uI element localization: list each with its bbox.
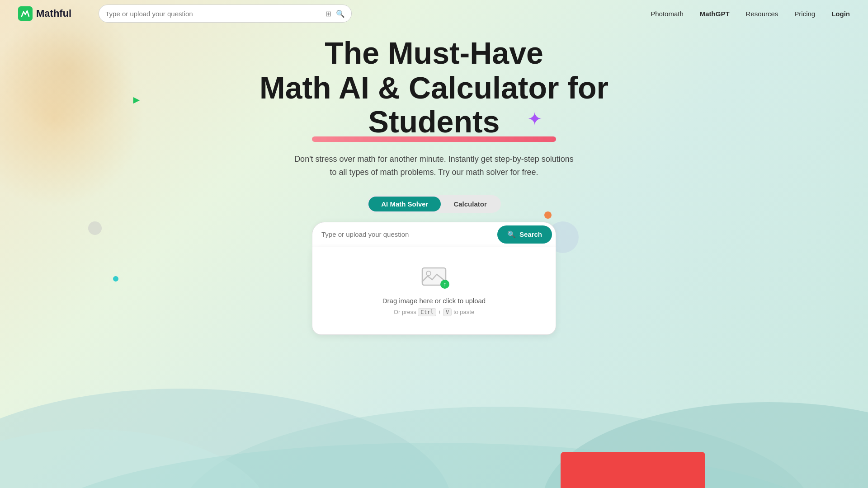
headline-line1: The Must-Have xyxy=(325,36,543,70)
upload-key-v: V xyxy=(443,308,452,316)
search-row: 🔍 Search xyxy=(312,222,556,247)
logo-text: Mathful xyxy=(36,8,71,19)
search-button-label: Search xyxy=(519,230,542,238)
background-hills xyxy=(0,361,868,488)
search-button-icon: 🔍 xyxy=(507,230,516,239)
upload-hint: Or press Ctrl + V to paste xyxy=(394,308,474,316)
nav-link-pricing[interactable]: Pricing xyxy=(794,10,815,18)
tab-ai-math-solver[interactable]: AI Math Solver xyxy=(368,197,441,211)
decorative-circle-left xyxy=(88,221,102,235)
nav-link-login[interactable]: Login xyxy=(831,10,850,18)
nav-link-resources[interactable]: Resources xyxy=(746,10,778,18)
decorative-red-button-bottom xyxy=(561,452,705,488)
subtitle-line1: Don't stress over math for another minut… xyxy=(294,155,574,164)
upload-area[interactable]: ↑ Drag image here or click to upload Or … xyxy=(312,247,556,335)
upload-hint-plus: + xyxy=(438,309,442,315)
decorative-arrow-green: ► xyxy=(131,94,142,106)
main-content: The Must-Have Math AI & Calculator for S… xyxy=(231,36,637,335)
tab-calculator[interactable]: Calculator xyxy=(441,197,499,211)
upload-drag-text: Drag image here or click to upload xyxy=(382,297,486,305)
upload-key-ctrl: Ctrl xyxy=(418,308,436,316)
nav-link-mathgpt[interactable]: MathGPT xyxy=(700,10,730,18)
nav-links: Photomath MathGPT Resources Pricing Logi… xyxy=(651,10,850,18)
nav-search-input[interactable] xyxy=(105,10,321,18)
upload-plus-badge: ↑ xyxy=(440,280,449,289)
upload-hint-prefix: Or press xyxy=(394,309,416,315)
nav-search-icon[interactable]: 🔍 xyxy=(336,9,345,18)
nav-link-photomath[interactable]: Photomath xyxy=(651,10,684,18)
subtitle-line2: to all types of math problems. Try our m… xyxy=(330,168,538,177)
solver-tabs: AI Math Solver Calculator xyxy=(367,195,501,213)
nav-search-bar[interactable]: ⊞ 🔍 xyxy=(99,5,352,23)
headline-line2: Math AI & Calculator for Students xyxy=(231,71,637,139)
grid-icon[interactable]: ⊞ xyxy=(326,9,331,18)
search-upload-card: 🔍 Search ↑ Drag image here or click to u… xyxy=(312,222,556,335)
upload-icon-container: ↑ xyxy=(420,265,448,290)
logo[interactable]: Mathful xyxy=(18,6,71,21)
upload-hint-suffix: to paste xyxy=(453,309,474,315)
logo-icon xyxy=(18,6,33,21)
decorative-dot-teal xyxy=(113,276,118,282)
navbar: Mathful ⊞ 🔍 Photomath MathGPT Resources … xyxy=(0,0,868,27)
main-search-input[interactable] xyxy=(321,230,497,238)
search-button[interactable]: 🔍 Search xyxy=(497,225,552,244)
subtitle: Don't stress over math for another minut… xyxy=(294,153,574,179)
